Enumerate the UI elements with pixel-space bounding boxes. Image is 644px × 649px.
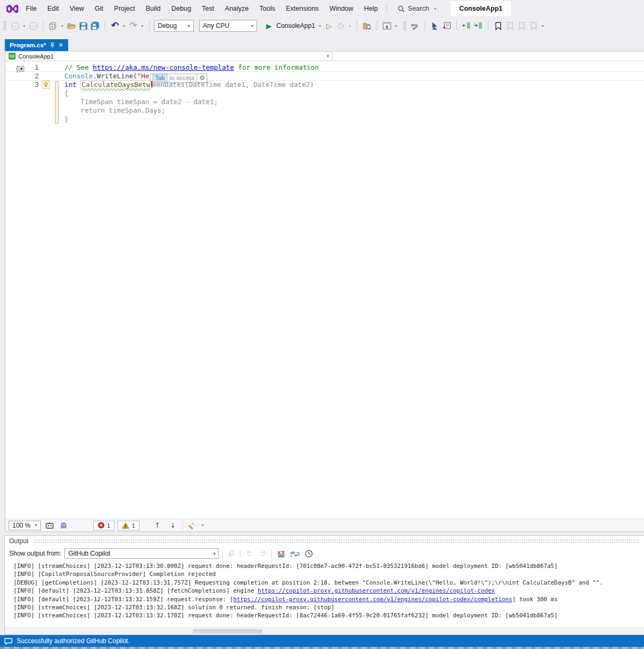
code-editor[interactable]: { 1// See https://aka.ms/new-console-tem…: [5, 61, 644, 519]
toolbar-grip[interactable]: [403, 21, 406, 31]
chevron-down-icon[interactable]: ▾: [393, 24, 399, 28]
menu-item-view[interactable]: View: [64, 3, 90, 14]
output-toolbar: Show output from: GitHub Copilot ▾ abc: [5, 546, 644, 560]
search-box[interactable]: Search ▾: [398, 5, 438, 12]
save-button[interactable]: [78, 20, 89, 31]
project-dropdown[interactable]: C# ConsoleApp1 ▾: [5, 52, 333, 61]
copilot-ghost-icon[interactable]: [58, 520, 69, 531]
log-line: [DEBUG] [getCompletions] [2023-12-12T03:…: [13, 579, 644, 587]
code-token: {: [64, 89, 69, 97]
divider: [43, 21, 43, 31]
find-in-files-button[interactable]: [362, 20, 372, 31]
menu-item-test[interactable]: Test: [196, 3, 219, 14]
menu-item-file[interactable]: File: [20, 3, 42, 14]
log-hyperlink[interactable]: https://copilot-proxy.githubusercontent.…: [258, 587, 495, 594]
navigate-forward-button[interactable]: →: [28, 20, 39, 31]
warning-count-badge[interactable]: 1: [118, 521, 139, 530]
undo-button[interactable]: ↶: [109, 20, 120, 31]
previous-message-button[interactable]: [244, 549, 254, 558]
chevron-down-icon[interactable]: ▾: [21, 24, 27, 28]
redo-button[interactable]: ↷: [128, 20, 138, 31]
next-issue-button[interactable]: ↓: [167, 521, 179, 529]
visual-studio-logo-icon: [4, 2, 20, 15]
glyph-margin: [42, 89, 52, 98]
search-label: Search: [408, 5, 429, 12]
code-token: // See: [64, 63, 93, 71]
copilot-status-icon[interactable]: [44, 520, 55, 531]
log-hyperlink[interactable]: https://copilot-proxy.githubusercontent.…: [233, 596, 513, 603]
next-message-button[interactable]: [258, 549, 268, 558]
code-text: }: [64, 115, 69, 123]
zoom-level-combo[interactable]: 100 % ▾: [9, 521, 41, 530]
run-target-label[interactable]: ConsoleApp1: [276, 22, 315, 30]
menu-item-debug[interactable]: Debug: [166, 3, 196, 14]
menu-item-extensions[interactable]: Extensions: [281, 3, 324, 14]
code-text: {: [64, 89, 69, 98]
start-debugging-button[interactable]: ▶: [264, 20, 274, 31]
previous-bookmark-button[interactable]: [504, 20, 515, 31]
chevron-down-icon[interactable]: ▾: [60, 24, 65, 28]
divider: [456, 21, 457, 31]
navigate-back-button[interactable]: ←: [10, 20, 20, 31]
menu-item-git[interactable]: Git: [90, 3, 109, 14]
find-message-button[interactable]: [226, 549, 237, 558]
chevron-down-icon[interactable]: ▾: [347, 24, 353, 28]
chevron-down-icon[interactable]: ▾: [200, 523, 206, 528]
open-folder-button[interactable]: [66, 20, 77, 31]
menu-item-build[interactable]: Build: [140, 3, 166, 14]
output-source-combo[interactable]: GitHub Copilot ▾: [64, 548, 219, 559]
chevron-down-icon[interactable]: ▾: [140, 24, 145, 28]
code-cleanup-wand-button[interactable]: [186, 520, 197, 531]
error-count-badge[interactable]: 1: [93, 521, 114, 530]
code-token: for more information: [234, 63, 319, 71]
csharp-file-icon: C#: [9, 53, 16, 60]
increase-indent-button[interactable]: 2: [473, 20, 484, 31]
clear-bookmarks-button[interactable]: [528, 20, 539, 31]
close-icon[interactable]: ✕: [58, 42, 63, 49]
output-log[interactable]: [INFO] [streamChoices] [2023-12-12T03:13…: [5, 560, 644, 627]
chevron-down-icon[interactable]: ▾: [317, 24, 323, 28]
log-text: [INFO] [default] [2023-12-12T03:13:31.85…: [13, 587, 258, 594]
menu-item-project[interactable]: Project: [109, 3, 141, 14]
project-name: ConsoleApp1: [18, 53, 54, 60]
menu-item-window[interactable]: Window: [324, 3, 358, 14]
toolbar-grip[interactable]: [3, 21, 6, 31]
chevron-down-icon[interactable]: ▾: [121, 24, 127, 28]
solution-explorer-button[interactable]: [382, 20, 392, 31]
solution-configuration-combo[interactable]: Debug ▾: [154, 20, 194, 32]
solution-platform-combo[interactable]: Any CPU ▾: [199, 20, 257, 32]
member-dropdown[interactable]: [333, 52, 644, 61]
scrollbar-thumb[interactable]: [193, 629, 262, 633]
attach-to-process-button[interactable]: [335, 20, 346, 31]
pin-icon[interactable]: [50, 42, 55, 48]
menu-item-analyze[interactable]: Analyze: [219, 3, 254, 14]
outline-collapse-icon[interactable]: {: [16, 65, 24, 72]
decrease-indent-button[interactable]: [461, 20, 472, 31]
line-number: [5, 115, 42, 123]
start-without-debugging-button[interactable]: ▷: [324, 20, 334, 31]
menu-item-edit[interactable]: Edit: [42, 3, 64, 14]
menu-item-tools[interactable]: Tools: [254, 3, 281, 14]
new-project-button[interactable]: [48, 20, 58, 31]
feedback-icon[interactable]: [4, 638, 12, 645]
output-panel-header[interactable]: Output: [5, 536, 644, 546]
spell-check-button[interactable]: abc: [409, 20, 420, 31]
tab-program-cs[interactable]: Program.cs* ✕: [5, 39, 68, 51]
word-wrap-button[interactable]: abc: [289, 549, 300, 558]
code-line: TimeSpan timeSpan = date2 - date1;: [5, 98, 644, 106]
timestamp-toggle-button[interactable]: [303, 549, 314, 558]
save-all-button[interactable]: [90, 20, 100, 31]
code-hyperlink[interactable]: https://aka.ms/new-console-template: [93, 63, 234, 71]
previous-issue-button[interactable]: ↑: [151, 521, 164, 529]
chevron-down-icon: ▾: [433, 6, 438, 11]
chevron-down-icon[interactable]: ▾: [540, 24, 545, 28]
lightbulb-quick-actions-icon[interactable]: [42, 81, 52, 89]
horizontal-scrollbar[interactable]: [5, 627, 644, 635]
divider: [425, 21, 425, 31]
toggle-bookmark-button[interactable]: [493, 20, 503, 31]
comment-button[interactable]: [441, 20, 452, 31]
menu-item-help[interactable]: Help: [358, 3, 383, 14]
select-pointer-button[interactable]: [429, 20, 440, 31]
clear-all-button[interactable]: [275, 549, 286, 558]
next-bookmark-button[interactable]: [516, 20, 527, 31]
